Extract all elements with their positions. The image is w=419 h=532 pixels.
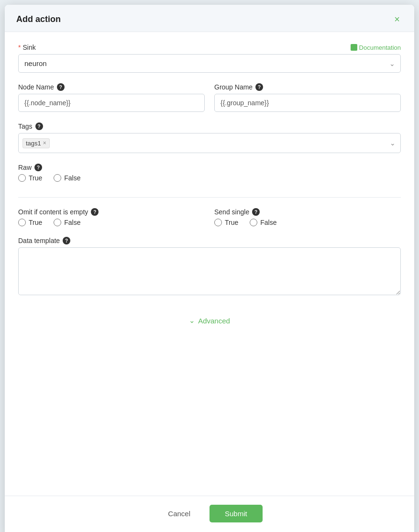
node-name-label-text: Node Name	[18, 83, 54, 91]
send-single-false-radio[interactable]	[250, 219, 257, 226]
advanced-section: ⌄ Advanced	[18, 316, 401, 325]
send-single-true-label: True	[225, 219, 238, 226]
raw-label: Raw ?	[18, 164, 401, 171]
send-single-radio-group: True False	[214, 219, 401, 226]
node-name-label: Node Name ?	[18, 83, 205, 91]
divider	[18, 197, 401, 198]
tags-input-wrapper[interactable]: tags1 × ⌄	[18, 133, 401, 153]
advanced-label: Advanced	[198, 317, 230, 325]
raw-false-label: False	[64, 174, 80, 182]
group-name-input[interactable]	[214, 94, 401, 112]
raw-true-radio[interactable]	[18, 174, 26, 182]
tag-value: tags1	[26, 140, 41, 147]
raw-help-icon[interactable]: ?	[34, 164, 42, 171]
omit-field-group: Omit if content is empty ? True False	[18, 208, 205, 226]
data-template-textarea[interactable]	[18, 247, 401, 295]
node-name-help-icon[interactable]: ?	[57, 83, 65, 91]
advanced-button[interactable]: ⌄ Advanced	[189, 316, 230, 325]
group-name-field-group: Group Name ?	[214, 83, 401, 112]
send-single-field-group: Send single ? True False	[214, 208, 401, 226]
modal-footer: Cancel Submit	[5, 496, 414, 532]
node-name-input[interactable]	[18, 94, 205, 112]
omit-label-text: Omit if content is empty	[18, 208, 88, 216]
sink-label-text: Sink	[22, 44, 35, 51]
sink-field-group: * Sink Documentation neuron kafka mqtt r…	[18, 44, 401, 73]
documentation-link[interactable]: Documentation	[351, 44, 401, 51]
omit-false-radio[interactable]	[54, 219, 61, 226]
raw-false-option[interactable]: False	[54, 174, 80, 182]
omit-label: Omit if content is empty ?	[18, 208, 205, 216]
omit-true-label: True	[29, 219, 42, 226]
modal-header: Add action ×	[5, 5, 414, 32]
sink-header: * Sink Documentation	[18, 44, 401, 51]
send-single-false-option[interactable]: False	[250, 219, 276, 226]
omit-true-option[interactable]: True	[18, 219, 42, 226]
omit-false-option[interactable]: False	[54, 219, 80, 226]
raw-true-option[interactable]: True	[18, 174, 42, 182]
cancel-button[interactable]: Cancel	[156, 505, 202, 522]
send-single-true-radio[interactable]	[214, 219, 222, 226]
add-action-modal: Add action × * Sink Documentation neuron…	[5, 5, 414, 532]
omit-radio-group: True False	[18, 219, 205, 226]
document-icon	[351, 44, 357, 51]
raw-true-label: True	[29, 174, 42, 182]
raw-field-group: Raw ? True False	[18, 164, 401, 182]
omit-false-label: False	[64, 219, 80, 226]
close-button[interactable]: ×	[391, 13, 403, 25]
raw-label-text: Raw	[18, 164, 32, 171]
tags-label-text: Tags	[18, 122, 33, 130]
data-template-label-text: Data template	[18, 237, 60, 244]
send-single-label-text: Send single	[214, 208, 249, 216]
send-single-true-option[interactable]: True	[214, 219, 238, 226]
sink-select-wrapper: neuron kafka mqtt rest ⌄	[18, 54, 401, 73]
send-single-help-icon[interactable]: ?	[252, 208, 260, 216]
omit-help-icon[interactable]: ?	[91, 208, 99, 216]
send-single-false-label: False	[260, 219, 276, 226]
data-template-help-icon[interactable]: ?	[63, 237, 70, 244]
omit-true-radio[interactable]	[18, 219, 26, 226]
tags-field-group: Tags ? tags1 × ⌄	[18, 122, 401, 153]
sink-label: * Sink	[18, 44, 36, 51]
node-group-row: Node Name ? Group Name ?	[18, 83, 401, 112]
submit-button[interactable]: Submit	[210, 505, 263, 522]
omit-send-row: Omit if content is empty ? True False	[18, 208, 401, 226]
modal-title: Add action	[16, 14, 61, 24]
required-star: *	[18, 44, 21, 51]
documentation-label: Documentation	[359, 44, 401, 51]
send-single-label: Send single ?	[214, 208, 401, 216]
modal-body: * Sink Documentation neuron kafka mqtt r…	[5, 32, 414, 496]
tag-remove-icon[interactable]: ×	[43, 140, 46, 146]
raw-false-radio[interactable]	[54, 174, 61, 182]
tags-label: Tags ?	[18, 122, 401, 130]
tag-item: tags1 ×	[22, 138, 50, 148]
chevron-down-icon: ⌄	[189, 316, 195, 325]
group-name-help-icon[interactable]: ?	[255, 83, 263, 91]
sink-select[interactable]: neuron kafka mqtt rest	[18, 54, 401, 73]
tags-chevron-down-icon: ⌄	[390, 139, 396, 147]
tags-help-icon[interactable]: ?	[35, 122, 43, 130]
tags-text-input[interactable]	[52, 138, 383, 148]
node-name-field-group: Node Name ?	[18, 83, 205, 112]
data-template-label: Data template ?	[18, 237, 401, 244]
group-name-label: Group Name ?	[214, 83, 401, 91]
data-template-field-group: Data template ?	[18, 237, 401, 297]
group-name-label-text: Group Name	[214, 83, 253, 91]
raw-radio-group: True False	[18, 174, 401, 182]
